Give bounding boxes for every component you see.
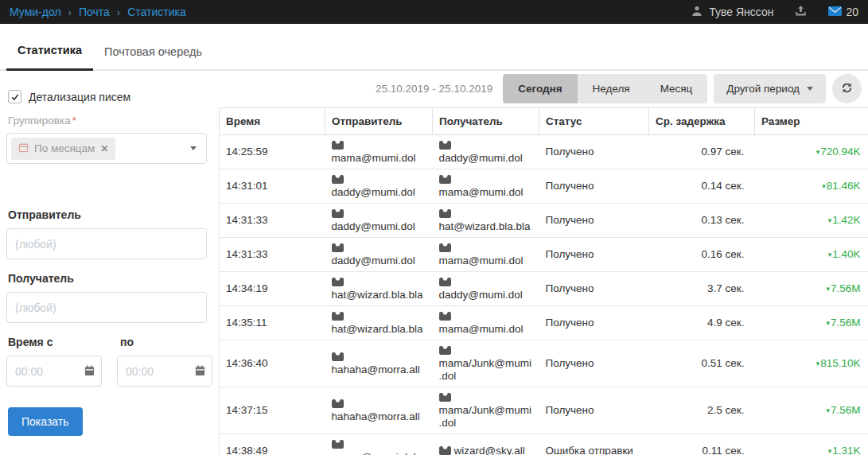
table-row: 14:37:15 hahaha@morra.all mama/Junk@mumi… xyxy=(220,387,868,434)
grouping-tag-label: По месяцам xyxy=(34,142,95,154)
user-menu[interactable]: Туве Янссон xyxy=(691,5,773,20)
breadcrumb-statistics[interactable]: Статистика xyxy=(127,6,186,18)
cell-time: 14:31:33 xyxy=(220,204,325,238)
mail-icon xyxy=(439,393,451,402)
size-text: 7.56M xyxy=(831,317,861,329)
tab-statistics[interactable]: Статистика xyxy=(6,44,93,71)
other-period-label: Другой период xyxy=(726,83,800,95)
cell-status: Получено xyxy=(539,340,649,387)
size-down-arrow: ▾ xyxy=(826,319,830,327)
table-row: 14:38:49 mama@mumi.dol wizard@sky.all Ош… xyxy=(220,434,868,455)
recipient-text: daddy@mumi.dol xyxy=(439,152,523,164)
calendar-icon xyxy=(18,142,29,155)
size-down-arrow: ▾ xyxy=(828,447,832,455)
header-recipient: Получатель xyxy=(433,108,539,135)
cell-time: 14:37:15 xyxy=(220,387,325,434)
mail-icon xyxy=(332,141,344,150)
size-text: 720.94K xyxy=(820,146,860,158)
mail-icon xyxy=(439,243,451,252)
period-month-button[interactable]: Месяц xyxy=(645,74,708,103)
cell-status: Получено xyxy=(539,135,649,169)
refresh-icon xyxy=(841,82,853,96)
recipient-text: hat@wizard.bla.bla xyxy=(439,220,531,232)
show-button[interactable]: Показать xyxy=(8,407,83,436)
detail-checkbox-label: Детализация писем xyxy=(29,91,130,103)
cell-delay: 2.5 сек. xyxy=(649,387,755,434)
cell-time: 14:34:19 xyxy=(220,272,325,306)
table-row: 14:31:33 daddy@mumi.dol mama@mumi.dol По… xyxy=(220,238,868,272)
mail-icon xyxy=(439,312,451,321)
mail-icon xyxy=(332,278,344,286)
mail-icon xyxy=(332,243,344,252)
cell-status: Получено xyxy=(539,204,649,238)
grouping-label: Группировка* xyxy=(8,115,207,126)
sender-text: hat@wizard.bla.bla xyxy=(332,323,423,335)
envelope-icon xyxy=(828,6,842,18)
recipient-text: mama@mumi.dol xyxy=(439,323,524,335)
table-row: 14:36:40 hahaha@morra.all mama/Junk@mumi… xyxy=(220,340,868,387)
cell-time: 14:35:11 xyxy=(220,306,325,340)
size-down-arrow: ▾ xyxy=(828,216,832,224)
size-down-arrow: ▾ xyxy=(816,148,820,156)
mail-icon xyxy=(332,312,344,321)
mail-icon xyxy=(439,175,451,184)
mail-icon xyxy=(332,352,344,361)
mail-icon xyxy=(332,399,344,408)
mail-icon xyxy=(439,209,451,218)
calendar-icon[interactable] xyxy=(195,365,205,379)
top-bar: Муми-дол › Почта › Статистика Туве Янссо… xyxy=(0,0,868,24)
grouping-select[interactable]: По месяцам ✕ xyxy=(6,133,207,164)
recipient-text: daddy@mumi.dol xyxy=(439,289,523,301)
sender-text: daddy@mumi.dol xyxy=(332,220,415,232)
required-mark: * xyxy=(72,115,76,126)
calendar-icon[interactable] xyxy=(84,365,95,379)
other-period-button[interactable]: Другой период xyxy=(714,74,826,103)
cell-time: 14:31:33 xyxy=(220,238,325,272)
table-row: 14:25:59 mama@mumi.dol daddy@mumi.dol По… xyxy=(220,135,868,169)
detail-checkbox[interactable] xyxy=(8,90,21,103)
recipient-text: mama/Junk@mumi.dol xyxy=(439,357,531,382)
table-row: 14:34:19 hat@wizard.bla.bla daddy@mumi.d… xyxy=(220,272,868,306)
cell-status: Получено xyxy=(539,272,649,306)
recipient-text: mama@mumi.dol xyxy=(439,186,524,198)
breadcrumb-home[interactable]: Муми-дол xyxy=(10,6,61,18)
cell-status: Получено xyxy=(539,306,649,340)
breadcrumb-mail[interactable]: Почта xyxy=(79,6,110,18)
sender-text: hat@wizard.bla.bla xyxy=(332,289,423,301)
size-text: 7.56M xyxy=(831,282,861,294)
cell-status: Получено xyxy=(539,238,649,272)
sender-text: mama@mumi.dol xyxy=(332,451,416,455)
size-down-arrow: ▾ xyxy=(826,285,830,293)
recipient-text: wizard@sky.all xyxy=(454,445,525,455)
table-row: 14:35:11 hat@wizard.bla.bla mama@mumi.do… xyxy=(220,306,868,340)
grouping-tag: По месяцам ✕ xyxy=(11,138,115,160)
recipient-text: mama@mumi.dol xyxy=(439,255,524,266)
header-time: Время xyxy=(220,108,325,135)
size-text: 815.10K xyxy=(820,357,860,369)
size-text: 1.42K xyxy=(832,214,860,226)
upload-button[interactable] xyxy=(794,5,808,20)
cell-time: 14:38:49 xyxy=(220,434,325,455)
recipient-label: Получатель xyxy=(8,272,207,285)
recipient-input[interactable] xyxy=(6,292,207,323)
cell-status: Ошибка отправки xyxy=(539,434,649,455)
cell-delay: 0.16 сек. xyxy=(649,238,755,272)
cell-time: 14:25:59 xyxy=(220,135,325,169)
tab-mail-queue[interactable]: Почтовая очередь xyxy=(93,45,213,71)
user-name: Туве Янссон xyxy=(709,6,773,18)
table-row: 14:31:33 daddy@mumi.dol hat@wizard.bla.b… xyxy=(220,204,868,238)
size-down-arrow: ▾ xyxy=(816,360,820,368)
cell-delay: 0.97 сек. xyxy=(649,135,755,169)
period-week-button[interactable]: Неделя xyxy=(578,74,645,103)
tag-remove-icon[interactable]: ✕ xyxy=(100,143,108,154)
sender-input[interactable] xyxy=(6,228,207,259)
period-button-group: Сегодня Неделя Месяц xyxy=(503,74,707,103)
refresh-button[interactable] xyxy=(832,74,862,103)
period-today-button[interactable]: Сегодня xyxy=(503,74,577,103)
filter-panel: Детализация писем Группировка* По месяца… xyxy=(0,71,213,455)
cell-time: 14:36:40 xyxy=(220,340,325,387)
header-size: Размер xyxy=(755,108,868,135)
table-row: 14:31:01 daddy@mumi.dol mama@mumi.dol По… xyxy=(220,169,868,204)
time-to-label: по xyxy=(120,336,134,348)
mail-queue-badge[interactable]: 20 xyxy=(828,6,858,18)
